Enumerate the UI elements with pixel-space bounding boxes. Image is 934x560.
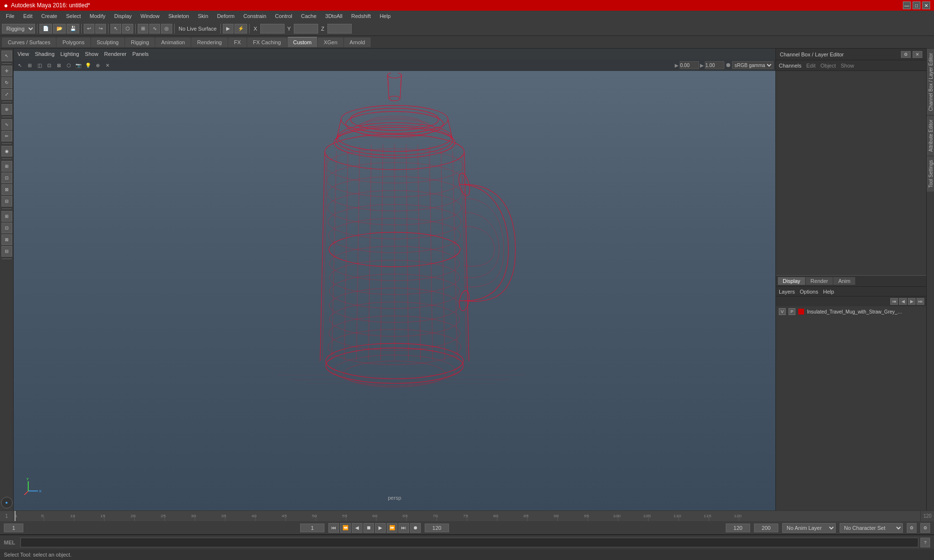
new-scene-btn[interactable]: 📄	[39, 24, 52, 34]
mel-help-btn[interactable]: ?	[920, 538, 930, 547]
menu-modify[interactable]: Modify	[86, 12, 109, 20]
menu-edit[interactable]: Edit	[19, 12, 36, 20]
play-fwd-btn[interactable]: ▶	[375, 523, 386, 533]
snap-2[interactable]: ⊡	[1, 173, 12, 183]
tab-sculpting[interactable]: Sculpting	[91, 37, 125, 47]
sculpt-tool[interactable]: ✏	[1, 131, 12, 141]
layer-next-btn[interactable]: ▶	[908, 298, 916, 305]
vp-icon3[interactable]: ⊡	[45, 61, 54, 70]
panels-menu[interactable]: Panels	[132, 51, 149, 57]
value-b-input[interactable]	[705, 61, 724, 69]
layer-visibility-btn[interactable]: V	[779, 308, 786, 315]
vp-select-icon[interactable]: ↖	[16, 61, 24, 70]
tool-settings-vtab[interactable]: Tool Settings	[927, 156, 934, 192]
select-btn[interactable]: ↖	[110, 24, 121, 34]
vp-icon4[interactable]: ⊠	[54, 61, 63, 70]
display-1[interactable]: ⊞	[1, 211, 12, 222]
snap-1[interactable]: ⊞	[1, 161, 12, 172]
channel-box-vtab[interactable]: Channel Box / Layer Editor	[927, 49, 934, 115]
menu-window[interactable]: Window	[137, 12, 163, 20]
mode-dropdown[interactable]: Rigging	[2, 24, 35, 34]
snap-curve-btn[interactable]: ∿	[149, 24, 160, 34]
vp-wireframe-icon[interactable]: ⬡	[64, 61, 73, 70]
menu-skeleton[interactable]: Skeleton	[164, 12, 193, 20]
renderer-menu[interactable]: Renderer	[104, 51, 126, 57]
step-back-btn[interactable]: ⏪	[340, 523, 351, 533]
layer-last-btn[interactable]: ⏭	[916, 298, 924, 305]
universal-tool[interactable]: ⊕	[1, 104, 12, 115]
vp-camera-icon[interactable]: 📷	[74, 61, 83, 70]
menu-help[interactable]: Help	[376, 12, 395, 20]
channel-box-close[interactable]: ✕	[913, 51, 922, 58]
menu-create[interactable]: Create	[37, 12, 61, 20]
tab-custom[interactable]: Custom	[287, 37, 318, 47]
menu-constrain[interactable]: Constrain	[239, 12, 270, 20]
display-4[interactable]: ⊟	[1, 246, 12, 257]
z-field[interactable]	[327, 24, 352, 34]
menu-3dtoa[interactable]: 3DtoAll	[322, 12, 346, 20]
tab-xgen[interactable]: XGen	[318, 37, 343, 47]
playback-start-field[interactable]	[726, 524, 750, 532]
gamma-select[interactable]: sRGB gamma	[732, 61, 773, 69]
layers-menu[interactable]: Layers	[779, 289, 795, 295]
anim-layer-options[interactable]: ⚙	[907, 523, 916, 533]
help-menu-layers[interactable]: Help	[823, 289, 834, 295]
shading-menu[interactable]: Shading	[35, 51, 54, 57]
show-menu[interactable]: Show	[85, 51, 99, 57]
y-field[interactable]	[294, 24, 318, 34]
lighting-menu[interactable]: Lighting	[60, 51, 79, 57]
stop-btn[interactable]: ⏹	[363, 523, 374, 533]
menu-deform[interactable]: Deform	[213, 12, 238, 20]
char-set-select[interactable]: No Character Set	[840, 523, 903, 533]
view-menu[interactable]: View	[18, 51, 29, 57]
layer-first-btn[interactable]: ⏮	[890, 298, 898, 305]
tab-arnold[interactable]: Arnold	[344, 37, 371, 47]
play-back-btn[interactable]: ◀	[352, 523, 362, 533]
channels-tab[interactable]: Channels	[779, 63, 801, 69]
show-manip[interactable]: ◉	[1, 146, 12, 157]
tab-polygons[interactable]: Polygons	[56, 37, 90, 47]
char-set-options[interactable]: ⚙	[920, 523, 930, 533]
lasso-btn[interactable]: ⬡	[122, 24, 133, 34]
layer-p-btn[interactable]: P	[789, 308, 795, 315]
title-bar-right[interactable]: — □ ✕	[903, 1, 930, 9]
x-field[interactable]	[260, 24, 285, 34]
menu-skin[interactable]: Skin	[194, 12, 212, 20]
tab-animation[interactable]: Animation	[155, 37, 191, 47]
tab-rendering[interactable]: Rendering	[191, 37, 228, 47]
vp-icon1[interactable]: ⊞	[25, 61, 34, 70]
snap-point-btn[interactable]: ◎	[161, 24, 172, 34]
step-fwd-btn[interactable]: ⏩	[387, 523, 397, 533]
range-start-input[interactable]	[300, 524, 324, 532]
snap-4[interactable]: ⊟	[1, 196, 12, 207]
minimize-button[interactable]: —	[903, 1, 911, 9]
timeline-ruler[interactable]: 1 5 10 15 20 25 30 35 40 45 50 55 60	[14, 511, 920, 521]
channel-box-options[interactable]: ⚙	[901, 51, 911, 58]
redo-btn[interactable]: ↪	[95, 24, 106, 34]
tab-fx[interactable]: FX	[228, 37, 247, 47]
quick-layout[interactable]: ●	[1, 497, 13, 508]
go-to-end-btn[interactable]: ⏭	[398, 523, 409, 533]
close-button[interactable]: ✕	[922, 1, 930, 9]
menu-file[interactable]: File	[2, 12, 18, 20]
current-frame-input[interactable]	[4, 524, 23, 532]
ipr-btn[interactable]: ⚡	[234, 24, 247, 34]
tab-fx-caching[interactable]: FX Caching	[247, 37, 287, 47]
menu-cache[interactable]: Cache	[297, 12, 321, 20]
vp-light-icon[interactable]: 💡	[84, 61, 92, 70]
menu-select[interactable]: Select	[62, 12, 85, 20]
edit-tab[interactable]: Edit	[806, 63, 815, 69]
render-btn[interactable]: ▶	[223, 24, 234, 34]
scale-tool[interactable]: ⤢	[1, 89, 12, 100]
anim-layer-select[interactable]: No Anim Layer	[782, 523, 836, 533]
maximize-button[interactable]: □	[913, 1, 920, 9]
options-menu[interactable]: Options	[800, 289, 818, 295]
range-end-input[interactable]	[425, 524, 449, 532]
value-a-input[interactable]	[680, 61, 699, 69]
object-tab[interactable]: Object	[820, 63, 836, 69]
layer-prev-btn[interactable]: ◀	[899, 298, 907, 305]
snap-grid-btn[interactable]: ⊞	[138, 24, 148, 34]
playback-end-field[interactable]	[754, 524, 778, 532]
anim-tab[interactable]: Anim	[833, 277, 855, 285]
menu-control[interactable]: Control	[271, 12, 296, 20]
